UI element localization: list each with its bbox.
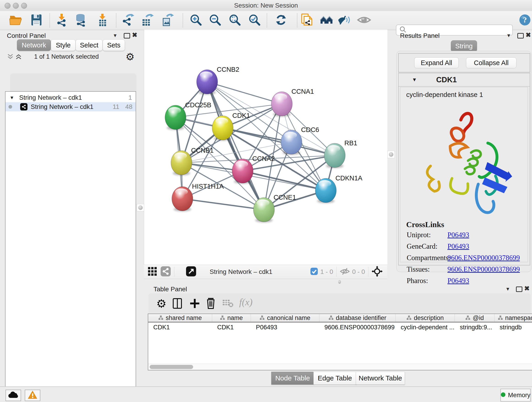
presentation-mode-button[interactable] [356,13,372,28]
node-RB1[interactable]: RB1 [324,139,357,168]
node-CCNA1[interactable]: CCNA1 [271,88,314,116]
memory-button[interactable]: Memory [500,389,531,402]
table-row[interactable]: CDK1CDK1P064939606.ENSP00000378699cyclin… [148,322,532,332]
close-panel-icon[interactable]: ✖ [524,285,530,292]
tab-select[interactable]: Select [76,39,103,51]
splitter-grip[interactable] [338,280,341,284]
node-CCNB2[interactable]: CCNB2 [196,66,239,95]
table-cell[interactable]: cyclin-dependent ... [396,322,455,332]
show-columns-icon[interactable] [172,298,182,310]
node-CCNE1[interactable]: CCNE1 [253,194,296,222]
expand-all-button[interactable]: Expand All [414,57,459,68]
birds-eye-view-icon[interactable] [186,266,196,278]
crosslink-link[interactable]: P06493 [447,277,469,285]
table-cell[interactable]: P06493 [251,322,319,332]
close-panel-icon[interactable]: ✖ [526,32,531,38]
panel-menu-icon[interactable]: ▼ [505,285,510,293]
export-table-button[interactable] [140,13,155,28]
column-header--id[interactable]: @id [455,314,495,322]
network-graph[interactable]: CCNB2CCNA1CDC25BCDK1CDC6RB1CCNB1CCNA2CDK… [144,30,387,265]
expand-all-networks-icon[interactable] [15,54,22,61]
export-network-button[interactable] [120,13,136,28]
column-header-description[interactable]: description [396,314,455,322]
tab-sets[interactable]: Sets [103,39,125,51]
float-panel-icon[interactable] [517,33,524,38]
network-list-view-icon[interactable] [160,266,171,278]
table-horizontal-scrollbar[interactable] [148,364,532,370]
tree-collapse-icon[interactable]: ▼ [10,95,14,100]
zoom-in-button[interactable] [188,13,203,28]
string-home-button[interactable] [319,13,335,28]
function-builder-icon[interactable]: f(x) [239,297,253,307]
add-column-icon[interactable] [190,298,200,310]
node-CDKN1A[interactable]: CDKN1A [315,174,362,203]
table-cell[interactable]: stringdb:9... [455,322,495,332]
column-header-namespace[interactable]: namespace [495,314,532,322]
splitter-grip[interactable] [137,204,144,211]
tab-string[interactable]: String [451,40,477,52]
edge-CCNB2-CCNE1[interactable] [207,82,264,210]
crosslink-link[interactable]: 9606.ENSP00000378699 [447,254,520,262]
collapse-all-button[interactable]: Collapse All [466,57,516,68]
horizontal-splitter[interactable] [144,279,387,285]
tab-style[interactable]: Style [51,39,76,51]
cdk1-section-header[interactable]: ▼ CDK1 [399,73,530,87]
left-splitter[interactable] [137,30,144,386]
hidden-eye-icon[interactable] [340,267,350,276]
open-session-button[interactable] [8,13,23,28]
edge-CCNA2-CDKN1A[interactable] [243,171,326,191]
network-tree-parent-row[interactable]: ▼ String Network – cdk1 1 [6,93,136,102]
float-panel-icon[interactable] [124,33,130,38]
splitter-grip[interactable] [387,151,395,158]
warning-status-button[interactable] [25,390,40,401]
column-header-database-identifier[interactable]: database identifier [319,314,396,322]
import-network-button[interactable] [55,13,70,28]
edge-HIST1H1A-CCNE1[interactable] [182,199,264,210]
table-settings-gear-icon[interactable]: ⚙ [156,297,167,310]
float-panel-icon[interactable] [516,287,522,292]
tab-network-table[interactable]: Network Table [356,372,405,385]
column-header-canonical-name[interactable]: canonical name [251,314,319,322]
help-button[interactable]: ? [517,13,532,28]
zoom-selected-button[interactable] [247,13,262,28]
network-tree-child-row[interactable]: String Network – cdk1 11 48 [6,102,136,111]
column-header-shared-name[interactable]: shared name [148,314,212,322]
apply-layout-button[interactable] [273,13,289,28]
table-cell[interactable]: CDK1 [148,322,212,332]
export-image-button[interactable] [160,13,175,28]
zoom-out-button[interactable] [208,13,223,28]
panel-menu-icon[interactable]: ▼ [113,32,118,39]
collapse-all-networks-icon[interactable] [7,54,14,61]
selected-checkbox-icon[interactable] [310,268,318,276]
crosslink-link[interactable]: P06493 [447,242,469,250]
grid-view-icon[interactable] [147,266,158,278]
section-collapse-icon[interactable]: ▼ [412,77,417,83]
tab-network[interactable]: Network [17,39,51,51]
tab-edge-table[interactable]: Edge Table [313,372,356,385]
fit-selected-crosshair-icon[interactable] [372,266,383,278]
import-table-button[interactable] [95,13,110,28]
network-canvas[interactable]: CCNB2CCNA1CDC25BCDK1CDC6RB1CCNB1CCNA2CDK… [144,30,387,265]
table-cell[interactable]: stringdb [495,322,532,332]
scrollbar-thumb[interactable] [150,365,193,369]
table-cell[interactable]: 9606.ENSP00000378699 [319,322,396,332]
save-session-button[interactable] [29,13,44,28]
crosslink-link[interactable]: 9606.ENSP00000378699 [447,265,520,274]
edge-CCNB2-CCNA1[interactable] [207,82,282,104]
column-header-name[interactable]: name [212,314,251,322]
node-CCNB1[interactable]: CCNB1 [171,147,214,175]
table-cell[interactable]: CDK1 [212,322,251,332]
cloud-status-button[interactable] [6,390,21,401]
crosslink-link[interactable]: P06493 [447,231,469,239]
toggle-graphics-details-button[interactable] [337,13,352,28]
delete-table-icon[interactable] [222,299,234,308]
share-document-button[interactable] [300,13,315,28]
import-network-from-database-button[interactable] [73,13,89,28]
node-HIST1H1A[interactable]: HIST1H1A [172,183,224,211]
zoom-fit-button[interactable] [227,13,242,28]
right-splitter[interactable] [387,30,394,285]
panel-menu-icon[interactable]: ▼ [506,32,511,39]
delete-column-icon[interactable] [206,298,215,310]
tab-node-table[interactable]: Node Table [271,372,314,385]
network-options-gear-icon[interactable]: ⚙ [126,51,134,63]
